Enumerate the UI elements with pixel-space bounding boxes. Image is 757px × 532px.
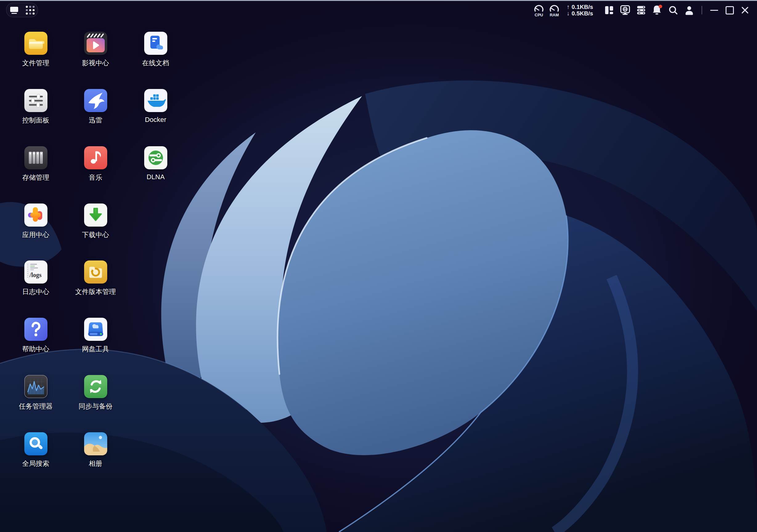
desktop-icon-music[interactable]: 音乐 <box>66 146 125 182</box>
maximize-button[interactable] <box>722 3 737 17</box>
desktop-icon-sync-backup[interactable]: 同步与备份 <box>66 375 125 411</box>
control-panel-icon[interactable] <box>24 89 47 112</box>
app-grid-icon <box>26 6 35 15</box>
online-docs-icon[interactable] <box>144 32 167 55</box>
desktop-icon-storage-manager[interactable]: 存储管理 <box>7 146 65 182</box>
desktop-icon-log-center[interactable]: /logs 日志中心 <box>7 261 65 296</box>
svg-text:CPU: CPU <box>535 13 543 17</box>
file-manager-icon[interactable] <box>24 32 47 55</box>
photos-icon[interactable] <box>84 432 107 455</box>
desktop-icon-media-center[interactable]: 影视中心 <box>66 32 125 68</box>
desktop-icon-photos[interactable]: 相册 <box>66 432 125 468</box>
system-tray: CPU RAM ↑0.1KB/s ↓0.5KB/s <box>532 0 753 20</box>
download-speed: ↓0.5KB/s <box>565 10 593 16</box>
user-icon <box>684 5 694 15</box>
window-controls-divider <box>702 6 702 14</box>
media-center-icon[interactable] <box>84 32 107 55</box>
maximize-icon <box>726 6 734 14</box>
desktop-monitor-icon <box>9 6 19 14</box>
download-arrow-icon: ↓ <box>565 10 571 16</box>
show-desktop-button[interactable] <box>9 5 19 15</box>
widgets-button[interactable] <box>601 3 617 17</box>
desktop-icon-online-docs[interactable]: 在线文档 <box>126 32 185 68</box>
remote-monitor-globe-icon <box>619 5 631 16</box>
desktop-icon-docker[interactable]: Docker <box>126 89 185 124</box>
xunlei-icon[interactable] <box>84 89 107 112</box>
desktop-icon-file-version-manager[interactable]: 文件版本管理 <box>66 261 125 296</box>
notifications-button[interactable] <box>649 3 665 17</box>
task-manager-icon[interactable] <box>24 375 47 398</box>
desktop-icon-global-search[interactable]: 全局搜索 <box>7 432 65 468</box>
cpu-gauge[interactable]: CPU <box>532 3 546 17</box>
close-icon <box>741 6 749 14</box>
music-icon[interactable] <box>84 146 107 169</box>
global-search-icon[interactable] <box>24 432 47 455</box>
log-center-icon[interactable]: /logs <box>24 261 47 284</box>
file-version-manager-icon[interactable] <box>84 261 107 284</box>
desktop-icon-control-panel[interactable]: 控制面板 <box>7 89 65 125</box>
minimize-button[interactable] <box>707 3 722 17</box>
desktop-icon-dlna[interactable]: DLNA <box>126 146 185 181</box>
search-button[interactable] <box>665 3 681 17</box>
server-stack-icon <box>636 5 647 15</box>
launcher-pill <box>6 3 38 17</box>
ram-gauge[interactable]: RAM <box>548 3 561 17</box>
help-center-icon[interactable] <box>24 318 47 341</box>
close-button[interactable] <box>737 3 753 17</box>
remote-access-button[interactable] <box>617 3 633 17</box>
download-center-icon[interactable] <box>84 204 107 227</box>
app-launcher-button[interactable] <box>25 5 35 15</box>
netdisk-tool-icon[interactable] <box>84 318 107 341</box>
server-button[interactable] <box>633 3 649 17</box>
upload-speed: ↑0.1KB/s <box>565 4 593 10</box>
desktop-icon-download-center[interactable]: 下载中心 <box>66 204 125 239</box>
network-speed[interactable]: ↑0.1KB/s ↓0.5KB/s <box>565 4 593 16</box>
notification-badge <box>659 5 662 8</box>
storage-manager-icon[interactable] <box>24 146 47 169</box>
desktop-icon-help-center[interactable]: 帮助中心 <box>7 318 65 354</box>
bell-icon <box>651 4 663 16</box>
desktop-icon-xunlei[interactable]: 迅雷 <box>66 89 125 125</box>
svg-text:RAM: RAM <box>550 13 559 17</box>
desktop-icon-netdisk-tool[interactable]: 网盘工具 <box>66 318 125 354</box>
minimize-icon <box>710 10 718 11</box>
desktop-icon-app-center[interactable]: 应用中心 <box>7 204 65 239</box>
search-icon <box>668 5 679 15</box>
widgets-icon <box>604 5 614 15</box>
desktop-root: { "topbar": { "left": { "buttons": [ {"n… <box>0 0 757 532</box>
user-button[interactable] <box>681 3 697 17</box>
app-center-icon[interactable] <box>24 204 47 227</box>
upload-arrow-icon: ↑ <box>565 4 571 10</box>
docker-icon[interactable] <box>144 89 167 112</box>
desktop-icon-task-manager[interactable]: 任务管理器 <box>7 375 65 411</box>
svg-text:/logs: /logs <box>29 271 42 279</box>
sync-backup-icon[interactable] <box>84 375 107 398</box>
desktop-icon-file-manager[interactable]: 文件管理 <box>7 32 65 68</box>
dlna-icon[interactable] <box>144 146 167 169</box>
